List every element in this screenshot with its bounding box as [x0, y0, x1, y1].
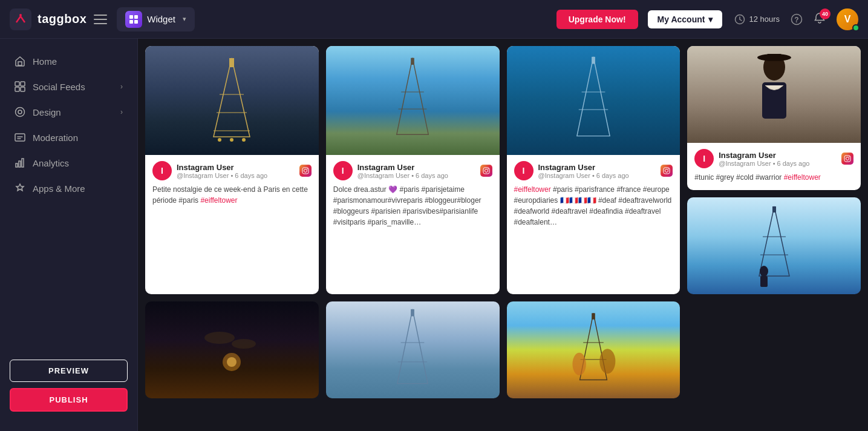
svg-rect-9 [18, 62, 22, 65]
posts-grid: I Instagram User @Instagram User • 6 day… [145, 46, 861, 398]
sunset-illustration [195, 308, 268, 392]
card-text-1: Petite nostalgie de ce week-end à Paris … [152, 184, 312, 206]
main-content: I Instagram User @Instagram User • 6 day… [138, 39, 868, 431]
svg-rect-55 [772, 206, 776, 212]
svg-rect-10 [15, 82, 19, 86]
svg-point-26 [230, 138, 233, 142]
svg-point-36 [485, 169, 488, 173]
user-avatar-1: I [152, 161, 172, 180]
design-arrow-icon: › [120, 108, 123, 116]
svg-marker-62 [397, 309, 428, 383]
moderation-icon [15, 132, 25, 143]
post-card-5 [145, 301, 319, 398]
svg-rect-5 [134, 20, 138, 24]
sidebar-item-analytics[interactable]: Analytics [0, 150, 137, 176]
svg-rect-34 [411, 58, 414, 65]
svg-rect-69 [592, 313, 595, 319]
logo-area: taggbox [10, 8, 86, 30]
user-name-1: Instagram User [177, 163, 295, 172]
svg-point-29 [304, 169, 307, 173]
my-account-button[interactable]: My Account ▾ [648, 10, 723, 28]
svg-text:?: ? [794, 16, 798, 24]
svg-point-15 [18, 110, 22, 114]
user-avatar[interactable]: V [837, 8, 858, 30]
svg-marker-31 [397, 58, 429, 135]
social-feeds-label: Social Feeds [33, 82, 85, 92]
card-image-8 [687, 197, 861, 294]
eiffel-illustration-1 [201, 52, 262, 149]
upgrade-button[interactable]: Upgrade Now! [556, 10, 638, 29]
card-image-3 [507, 46, 680, 155]
svg-rect-18 [19, 161, 21, 167]
analytics-label: Analytics [33, 158, 69, 168]
my-account-label: My Account [658, 15, 705, 24]
widget-selector[interactable]: Widget ▾ [117, 7, 195, 31]
sidebar-item-moderation[interactable]: Moderation [0, 125, 137, 150]
svg-rect-65 [411, 309, 414, 316]
svg-point-14 [16, 108, 25, 117]
eiffel-illustration-7 [569, 308, 618, 392]
apps-label: Apps & More [33, 183, 85, 194]
svg-point-61 [227, 357, 237, 367]
instagram-icon-4 [841, 153, 853, 165]
sidebar-item-home[interactable]: Home [0, 48, 137, 74]
card-image-7 [507, 301, 680, 398]
user-handle-time-1: @Instagram User • 6 days ago [177, 172, 295, 179]
help-icon-btn[interactable]: ? [791, 13, 803, 25]
svg-point-56 [760, 266, 768, 277]
svg-rect-19 [22, 159, 24, 167]
sidebar-item-design[interactable]: Design › [0, 99, 137, 125]
clock-timer[interactable]: 12 hours [734, 14, 780, 25]
svg-point-58 [204, 332, 235, 344]
design-label: Design [33, 107, 61, 117]
logo-icon [10, 8, 31, 30]
svg-point-25 [218, 138, 221, 142]
user-avatar-4: I [694, 149, 714, 168]
user-info-4: Instagram User @Instagram User • 6 days … [719, 151, 837, 167]
user-name-2: Instagram User [357, 163, 475, 172]
home-label: Home [33, 56, 57, 67]
my-account-chevron-icon: ▾ [708, 15, 713, 24]
svg-rect-3 [134, 15, 138, 19]
eiffel-illustration-2 [388, 55, 437, 146]
apps-icon [15, 183, 25, 194]
svg-marker-20 [214, 58, 250, 137]
app-logo-text: taggbox [38, 12, 86, 26]
user-handle-time-3: @Instagram User • 6 days ago [538, 172, 656, 179]
sidebar-item-apps[interactable]: Apps & More [0, 176, 137, 201]
svg-point-30 [307, 168, 308, 169]
notification-bell[interactable]: 40 [814, 12, 826, 27]
card-image-1 [145, 46, 319, 155]
main-layout: Home Social Feeds › Design › [0, 39, 868, 431]
user-name-3: Instagram User [538, 163, 656, 172]
card-user-2: I Instagram User @Instagram User • 6 day… [333, 161, 492, 180]
svg-rect-47 [767, 54, 782, 61]
sidebar-nav: Home Social Feeds › Design › [0, 48, 137, 350]
card-body-3: I Instagram User @Instagram User • 6 day… [507, 155, 680, 235]
svg-point-27 [242, 138, 246, 142]
instagram-icon-1 [299, 165, 312, 177]
svg-rect-16 [15, 134, 25, 141]
card-text-4: #tunic #grey #cold #warrior #eiffeltower [694, 172, 853, 183]
clock-icon [734, 14, 745, 25]
user-info-2: Instagram User @Instagram User • 6 days … [357, 163, 475, 179]
svg-rect-2 [129, 15, 133, 19]
svg-point-37 [488, 168, 489, 169]
moderation-label: Moderation [33, 133, 78, 143]
sidebar-item-social-feeds[interactable]: Social Feeds › [0, 74, 137, 99]
hamburger-menu[interactable] [94, 15, 107, 24]
user-handle-time-2: @Instagram User • 6 days ago [357, 172, 475, 179]
card-user-1: I Instagram User @Instagram User • 6 day… [152, 161, 312, 180]
instagram-icon-2 [480, 165, 492, 177]
analytics-icon [15, 157, 25, 168]
post-card-1: I Instagram User @Instagram User • 6 day… [145, 46, 319, 294]
home-icon [15, 56, 25, 67]
svg-point-50 [846, 157, 849, 160]
sidebar: Home Social Feeds › Design › [0, 39, 138, 431]
card-body-1: I Instagram User @Instagram User • 6 day… [145, 155, 319, 213]
sidebar-bottom: PREVIEW PUBLISH [0, 350, 137, 421]
publish-button[interactable]: PUBLISH [10, 388, 128, 412]
card-body-2: I Instagram User @Instagram User • 6 day… [326, 155, 500, 235]
preview-button[interactable]: PREVIEW [10, 360, 128, 382]
svg-marker-38 [577, 56, 610, 136]
